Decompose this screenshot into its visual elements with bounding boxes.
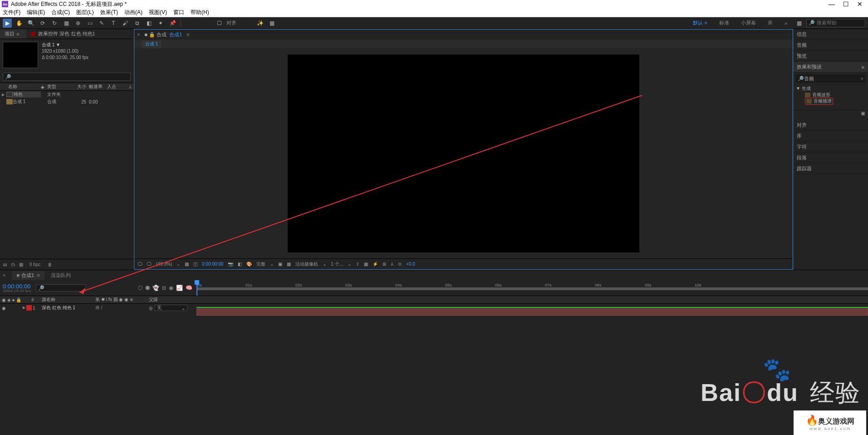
- chevron-down-icon[interactable]: ⌄: [323, 262, 326, 267]
- maximize-button[interactable]: ☐: [843, 0, 849, 8]
- exposure-value[interactable]: +0.0: [406, 262, 415, 267]
- tab-effect-controls[interactable]: 效果控件 深色 红色 纯色1: [26, 29, 99, 39]
- snap-icon[interactable]: ☐: [215, 19, 224, 28]
- zoom-dropdown[interactable]: (49.3%): [156, 262, 172, 267]
- hand-tool-icon[interactable]: ✋: [15, 19, 24, 28]
- roi-icon[interactable]: ▣: [278, 262, 282, 267]
- twirl-icon[interactable]: ▶: [23, 306, 26, 311]
- magnification-icon[interactable]: 🖵: [147, 262, 152, 267]
- panel-info[interactable]: 信息: [793, 29, 868, 40]
- fast-preview-icon[interactable]: ⚡: [373, 262, 378, 267]
- menu-file[interactable]: 文件(F): [3, 9, 20, 16]
- menu-composition[interactable]: 合成(C): [51, 9, 70, 16]
- panel-menu-icon[interactable]: ≡: [16, 31, 19, 37]
- preview-time[interactable]: 0:00:00:00: [202, 262, 223, 267]
- col-fps[interactable]: 帧速率: [86, 84, 107, 90]
- search-help-input[interactable]: 🔎 搜索帮助: [806, 19, 865, 27]
- panel-menu-icon[interactable]: ≡: [862, 64, 864, 70]
- panel-preview[interactable]: 预览: [793, 51, 868, 62]
- layer-name[interactable]: 深色 红色 纯色 1: [39, 305, 93, 311]
- wand-icon[interactable]: ✨: [255, 19, 265, 28]
- layer-duration-bar[interactable]: [196, 308, 868, 316]
- bpc-button[interactable]: 8 bpc: [29, 262, 40, 267]
- transparency-icon[interactable]: ▦: [287, 262, 291, 267]
- rotate-tool-icon[interactable]: ↻: [50, 19, 59, 28]
- graph-editor-icon[interactable]: 📈: [176, 285, 183, 291]
- snapshot-icon[interactable]: 📷: [228, 262, 233, 267]
- layer-switches[interactable]: 単 /: [93, 305, 147, 311]
- col-name[interactable]: 名称: [0, 84, 41, 90]
- col-size[interactable]: 大小: [70, 84, 86, 90]
- menu-layer[interactable]: 图层(L): [76, 9, 94, 16]
- project-item-comp1[interactable]: 合成 1 合成 25 0:00: [0, 98, 133, 105]
- menu-help[interactable]: 帮助(H): [191, 9, 209, 16]
- timeline-tab-render-queue[interactable]: 渲染队列: [51, 272, 71, 279]
- clear-search-icon[interactable]: ×: [861, 76, 863, 81]
- new-comp-icon[interactable]: ▦: [19, 262, 23, 267]
- layer-label-swatch[interactable]: [26, 305, 32, 311]
- project-item-solids-folder[interactable]: ▶ 纯色 文件夹: [0, 91, 133, 98]
- project-search-input[interactable]: 🔎: [3, 73, 131, 81]
- parent-dropdown[interactable]: 无⌄: [155, 305, 187, 311]
- reset-exposure-icon[interactable]: ⊙: [398, 262, 402, 267]
- timeline-search-input[interactable]: 🔎: [36, 284, 86, 292]
- interpret-footage-icon[interactable]: 🖭: [3, 262, 7, 267]
- visibility-toggle-icon[interactable]: ◉: [2, 306, 6, 311]
- selection-tool-icon[interactable]: ▶: [3, 19, 12, 28]
- flowchart-icon[interactable]: ⅄: [391, 262, 393, 267]
- share-icon[interactable]: ⇪: [356, 262, 359, 267]
- comp-mini-flowchart-icon[interactable]: ⬡: [138, 285, 142, 291]
- workspace-default[interactable]: 默认 ≡: [693, 20, 707, 26]
- col-inpoint[interactable]: 入点: [107, 84, 121, 90]
- workspace-panel-icon[interactable]: ▦: [794, 19, 804, 28]
- panel-library[interactable]: 库: [793, 131, 868, 142]
- col-type[interactable]: 类型: [47, 84, 70, 90]
- workspace-standard[interactable]: 标准: [719, 20, 729, 26]
- draft3d-icon[interactable]: ⬢: [145, 285, 150, 291]
- timeline-icon[interactable]: ⊞: [383, 262, 386, 267]
- composition-canvas[interactable]: [134, 49, 793, 258]
- panel-audio[interactable]: 音频: [793, 40, 868, 51]
- channel-icon[interactable]: ◧: [238, 262, 242, 267]
- resolution-dropdown[interactable]: 完整: [256, 261, 265, 267]
- menu-view[interactable]: 视图(V): [149, 9, 167, 16]
- close-button[interactable]: ✕: [857, 0, 863, 8]
- col-source-name[interactable]: 源名称: [39, 297, 93, 303]
- effect-audio-spectrum[interactable]: 音频频谱: [796, 98, 865, 104]
- zoom-tool-icon[interactable]: 🔍: [26, 19, 35, 28]
- timeline-tab-comp1[interactable]: ■ 合成1 ≡: [12, 271, 44, 280]
- trash-icon[interactable]: 🗑: [48, 262, 52, 267]
- frame-blend-icon[interactable]: ⧉: [162, 285, 166, 291]
- menu-edit[interactable]: 编辑(E): [27, 9, 45, 16]
- twirl-icon[interactable]: ▶: [0, 93, 6, 97]
- resolution-icon[interactable]: ▦: [185, 262, 189, 267]
- camera-dropdown[interactable]: 活动摄像机: [295, 261, 318, 267]
- always-preview-icon[interactable]: 🖵: [138, 262, 142, 267]
- chevron-down-icon[interactable]: ⌄: [177, 262, 180, 267]
- chevron-down-icon[interactable]: ⌄: [270, 262, 274, 267]
- panel-tracker[interactable]: 跟踪器: [793, 163, 868, 174]
- new-folder-icon[interactable]: 🗀: [11, 262, 15, 267]
- menu-window[interactable]: 窗口: [173, 9, 184, 16]
- type-tool-icon[interactable]: T: [109, 19, 118, 28]
- new-bin-icon[interactable]: ▣: [861, 110, 865, 116]
- brush-tool-icon[interactable]: 🖌: [121, 19, 130, 28]
- pickwhip-icon[interactable]: ◎: [149, 306, 153, 311]
- minimize-button[interactable]: —: [829, 0, 835, 8]
- mask-icon[interactable]: ◫: [193, 262, 197, 267]
- camera-tool-icon[interactable]: ▦: [62, 19, 71, 28]
- effects-category-generate[interactable]: ▼ 生成: [796, 85, 865, 92]
- color-mgmt-icon[interactable]: 🎨: [246, 262, 252, 267]
- shape-tool-icon[interactable]: ▭: [85, 19, 94, 28]
- tab-project[interactable]: 项目 ≡: [0, 29, 26, 39]
- panel-effects-presets[interactable]: 效果和预设 ≡: [793, 62, 868, 73]
- orbit-tool-icon[interactable]: ⟳: [38, 19, 47, 28]
- anchor-tool-icon[interactable]: ⊕: [74, 19, 83, 28]
- chevron-down-icon[interactable]: ⌄: [348, 262, 351, 267]
- panel-paragraph[interactable]: 段落: [793, 153, 868, 163]
- brain-icon[interactable]: 🧠: [186, 285, 192, 291]
- roto-tool-icon[interactable]: ✦: [156, 19, 165, 28]
- panel-character[interactable]: 字符: [793, 142, 868, 153]
- workspace-small[interactable]: 小屏幕: [741, 20, 756, 26]
- col-flowchart-icon[interactable]: ⅄: [129, 84, 132, 89]
